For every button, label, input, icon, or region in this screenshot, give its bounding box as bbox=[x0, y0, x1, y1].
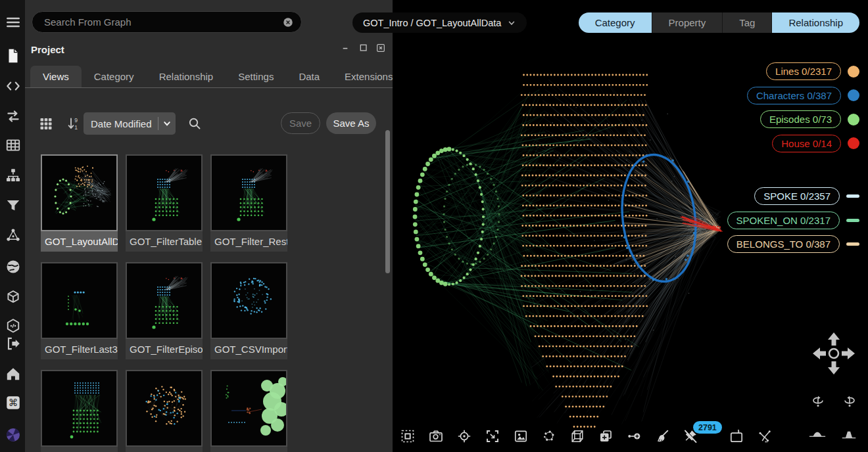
view-thumbnail[interactable] bbox=[126, 154, 203, 231]
cube-icon[interactable] bbox=[5, 289, 22, 306]
views-toolbar: 91 Date Modified Save Save As bbox=[25, 112, 393, 135]
search-input[interactable] bbox=[32, 16, 282, 28]
view-thumbnail[interactable] bbox=[126, 370, 203, 447]
tab-extensions[interactable]: Extensions bbox=[332, 66, 393, 87]
view-tile[interactable] bbox=[41, 370, 118, 452]
table-icon[interactable] bbox=[5, 137, 22, 154]
legend-pill[interactable]: SPOKEN_ON 0/2317 bbox=[727, 212, 840, 229]
command-icon[interactable]: ⌘ bbox=[5, 394, 22, 411]
kineviz-logo[interactable] bbox=[5, 426, 22, 443]
rotate-left-icon[interactable] bbox=[809, 392, 827, 409]
add-node-icon[interactable] bbox=[626, 428, 642, 444]
category-legend-lines: Lines 0/2317 bbox=[766, 62, 859, 80]
view-label bbox=[210, 447, 287, 452]
sign-out-icon[interactable] bbox=[5, 335, 22, 352]
legend-color-dot[interactable] bbox=[848, 66, 859, 78]
pan-navigation-pad[interactable] bbox=[809, 328, 859, 378]
legend-pill[interactable]: House 0/14 bbox=[772, 135, 841, 152]
save-button[interactable]: Save bbox=[281, 112, 320, 134]
link-cut-icon[interactable] bbox=[757, 428, 773, 444]
swap-arrows-icon[interactable] bbox=[5, 108, 22, 125]
close-icon[interactable] bbox=[375, 43, 386, 53]
clear-search-icon[interactable] bbox=[282, 16, 294, 28]
legend-color-dot[interactable] bbox=[848, 137, 859, 149]
legend-line-swatch[interactable] bbox=[846, 242, 859, 246]
mode-tab-category[interactable]: Category bbox=[579, 12, 652, 33]
graph-title: GOT_Intro / GOT_LayoutAllData bbox=[363, 18, 501, 28]
cube-3d-icon[interactable] bbox=[569, 428, 585, 444]
panel-scrollbar[interactable] bbox=[385, 130, 390, 273]
file-icon[interactable] bbox=[5, 47, 22, 64]
view-tile-got_filterlast3[interactable]: GOT_FilterLast3 bbox=[41, 262, 118, 359]
sort-desc-icon[interactable]: 91 bbox=[66, 116, 82, 131]
tilt-up-icon[interactable] bbox=[840, 426, 858, 443]
sort-field-value: Date Modified bbox=[84, 118, 158, 129]
menu-icon[interactable] bbox=[5, 14, 22, 31]
view-tile-got_filterepiso[interactable]: GOT_FilterEpiso bbox=[126, 262, 203, 359]
add-window-icon[interactable] bbox=[598, 428, 614, 444]
tab-category[interactable]: Category bbox=[82, 66, 147, 87]
broom-icon[interactable] bbox=[654, 428, 670, 444]
relationship-legend-belongs_to: BELONGS_TO 0/387 bbox=[727, 235, 859, 253]
code-icon[interactable] bbox=[5, 78, 22, 95]
view-thumbnail[interactable] bbox=[41, 370, 118, 447]
legend-pill[interactable]: Episodes 0/73 bbox=[760, 110, 841, 128]
fit-selection-icon[interactable] bbox=[485, 428, 500, 444]
image-icon[interactable] bbox=[513, 428, 529, 444]
home-icon[interactable] bbox=[5, 365, 22, 382]
tilt-down-icon[interactable] bbox=[808, 426, 827, 443]
view-thumbnail[interactable] bbox=[210, 262, 287, 339]
camera-icon[interactable] bbox=[428, 428, 444, 444]
rotate-right-icon[interactable] bbox=[840, 392, 859, 409]
legend-pill[interactable]: BELONGS_TO 0/387 bbox=[727, 235, 840, 253]
minimize-icon[interactable] bbox=[341, 43, 352, 53]
legend-pill[interactable]: Characters 0/387 bbox=[747, 87, 841, 104]
graph-canvas[interactable]: CategoryPropertyTagRelationship Lines 0/… bbox=[393, 0, 868, 452]
tab-views[interactable]: Views bbox=[30, 66, 82, 87]
category-legend-house: House 0/14 bbox=[772, 135, 859, 152]
view-tile-got_csvimport[interactable]: GOT_CSVImport bbox=[210, 262, 287, 359]
mode-tab-relationship[interactable]: Relationship bbox=[772, 12, 859, 33]
pin-board-icon[interactable] bbox=[729, 428, 744, 444]
hexagon-node-icon[interactable] bbox=[5, 317, 22, 334]
tab-relationship[interactable]: Relationship bbox=[147, 66, 226, 87]
maximize-icon[interactable] bbox=[358, 43, 369, 53]
view-tile[interactable] bbox=[126, 370, 203, 452]
unpin-icon[interactable]: 2791 bbox=[683, 428, 698, 444]
network-icon[interactable] bbox=[5, 227, 22, 244]
view-tile-got_filtertable[interactable]: GOT_FilterTable bbox=[126, 154, 203, 252]
legend-line-swatch[interactable] bbox=[846, 219, 859, 222]
legend-color-dot[interactable] bbox=[848, 114, 859, 125]
mode-tab-property[interactable]: Property bbox=[652, 12, 723, 33]
tab-settings[interactable]: Settings bbox=[226, 66, 286, 87]
arrow-up-icon bbox=[828, 332, 840, 346]
legend-line-swatch[interactable] bbox=[846, 194, 859, 198]
scatter-icon[interactable] bbox=[541, 428, 557, 444]
view-thumbnail[interactable] bbox=[41, 262, 118, 339]
view-label: GOT_FilterTable bbox=[126, 231, 203, 252]
legend-pill[interactable]: Lines 0/2317 bbox=[766, 62, 841, 80]
search-views-icon[interactable] bbox=[187, 116, 203, 131]
project-tabs: ViewsCategoryRelationshipSettingsDataExt… bbox=[25, 66, 393, 88]
view-tile-got_filter_rest[interactable]: GOT_Filter_Rest bbox=[210, 154, 287, 252]
view-thumbnail[interactable] bbox=[210, 154, 287, 231]
view-thumbnail[interactable] bbox=[210, 370, 287, 447]
tab-data[interactable]: Data bbox=[286, 66, 332, 87]
legend-mode-tabs: CategoryPropertyTagRelationship bbox=[579, 12, 859, 33]
globe-icon[interactable] bbox=[5, 258, 22, 275]
view-thumbnail[interactable] bbox=[126, 262, 203, 339]
view-tile[interactable] bbox=[210, 370, 287, 452]
save-as-button[interactable]: Save As bbox=[326, 112, 376, 134]
legend-pill[interactable]: SPOKE 0/2357 bbox=[754, 187, 840, 205]
mode-tab-tag[interactable]: Tag bbox=[723, 12, 772, 33]
graph-title-dropdown[interactable]: GOT_Intro / GOT_LayoutAllData bbox=[352, 12, 527, 33]
marquee-select-icon[interactable] bbox=[400, 428, 416, 444]
sort-field-dropdown[interactable]: Date Modified bbox=[84, 112, 176, 135]
view-tile-got_layoutalld[interactable]: GOT_LayoutAllD bbox=[41, 154, 118, 252]
center-target-icon[interactable] bbox=[456, 428, 472, 444]
grid-view-icon[interactable] bbox=[38, 116, 54, 131]
view-thumbnail[interactable] bbox=[41, 154, 118, 231]
hierarchy-icon[interactable] bbox=[5, 167, 22, 184]
legend-color-dot[interactable] bbox=[848, 89, 859, 101]
filter-icon[interactable] bbox=[5, 197, 22, 214]
